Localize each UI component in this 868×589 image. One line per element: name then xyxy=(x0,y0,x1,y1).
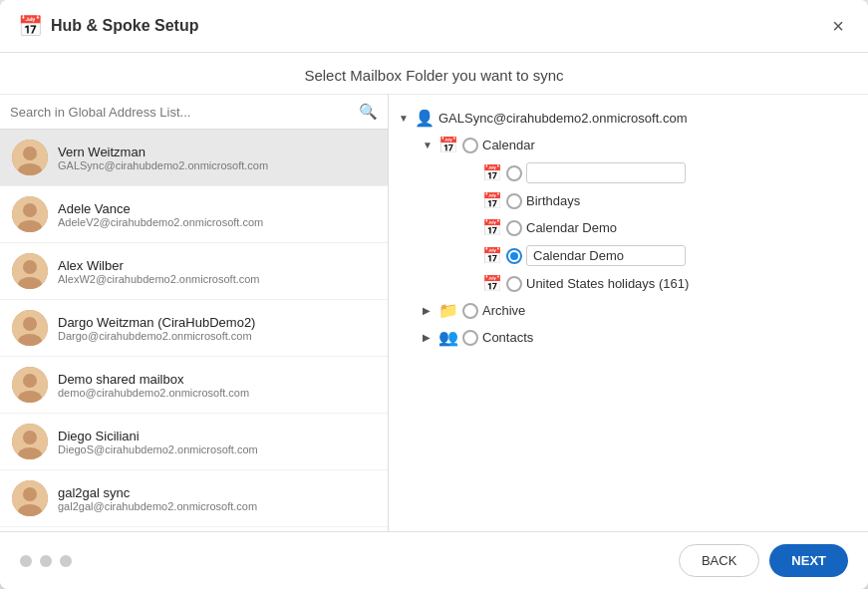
user-item[interactable]: Demo shared mailbox demo@cirahubdemo2.on… xyxy=(0,357,388,414)
user-email: demo@cirahubdemo2.onmicrosoft.com xyxy=(58,387,249,399)
avatar xyxy=(12,310,48,346)
user-info: Vern Weitzman GALSync@cirahubdemo2.onmic… xyxy=(58,145,268,171)
title-row: 📅 Hub & Spoke Setup xyxy=(18,14,198,38)
calendar-label: Calendar xyxy=(482,138,535,152)
calendar-radio[interactable] xyxy=(462,138,478,153)
user-item[interactable]: gal2gal sync gal2gal@cirahubdemo2.onmicr… xyxy=(0,470,388,527)
user-item[interactable]: Diego Siciliani DiegoS@cirahubdemo2.onmi… xyxy=(0,414,388,470)
dialog-body: 🔍 Vern Weitzman GALSync@cirahubdemo2.onm… xyxy=(0,95,868,531)
user-email: GALSync@cirahubdemo2.onmicrosoft.com xyxy=(58,159,268,171)
avatar xyxy=(12,140,48,175)
tree-root-item: ▼ 👤 GALSync@cirahubdemo2.onmicrosoft.com xyxy=(399,105,858,132)
calendar-demo-sel-icon: 📅 xyxy=(482,246,502,265)
user-name: gal2gal sync xyxy=(58,485,257,500)
next-button[interactable]: NEXT xyxy=(769,544,848,577)
blank-calendar-input[interactable] xyxy=(526,162,686,183)
svg-point-19 xyxy=(23,487,37,501)
dialog-subtitle: Select Mailbox Folder you want to sync xyxy=(0,53,868,95)
calendar-arrow[interactable]: ▼ xyxy=(423,140,434,150)
svg-point-16 xyxy=(23,431,37,444)
user-info: Adele Vance AdeleV2@cirahubdemo2.onmicro… xyxy=(58,201,263,228)
footer-buttons: BACK NEXT xyxy=(679,544,848,577)
step-dot-1 xyxy=(20,555,32,567)
contacts-icon: 👥 xyxy=(438,328,458,347)
us-holidays-label: United States holidays (161) xyxy=(526,276,689,291)
us-holidays-radio[interactable] xyxy=(506,276,522,292)
calendar-icon-2: 📅 xyxy=(482,163,502,182)
calendar-demo-sel-radio[interactable] xyxy=(506,248,522,264)
calendar-demo-radio[interactable] xyxy=(506,220,522,236)
user-list: Vern Weitzman GALSync@cirahubdemo2.onmic… xyxy=(0,130,388,531)
calendar-demo-selected-item: 📅 xyxy=(466,241,858,270)
svg-point-10 xyxy=(23,317,37,331)
user-name: Alex Wilber xyxy=(58,258,260,273)
svg-point-7 xyxy=(23,260,37,274)
user-info: Diego Siciliani DiegoS@cirahubdemo2.onmi… xyxy=(58,429,258,455)
contacts-label: Contacts xyxy=(482,330,533,345)
archive-arrow[interactable]: ▶ xyxy=(423,305,434,316)
user-item[interactable]: Vern Weitzman GALSync@cirahubdemo2.onmic… xyxy=(0,130,388,186)
left-panel: 🔍 Vern Weitzman GALSync@cirahubdemo2.onm… xyxy=(0,95,389,531)
user-name: Diego Siciliani xyxy=(58,429,258,443)
blank-radio[interactable] xyxy=(506,165,522,181)
dialog-title: Hub & Spoke Setup xyxy=(51,17,198,35)
step-dot-3 xyxy=(60,555,72,567)
folder-tree: ▼ 👤 GALSync@cirahubdemo2.onmicrosoft.com… xyxy=(389,105,868,351)
user-email: gal2gal@cirahubdemo2.onmicrosoft.com xyxy=(58,500,257,512)
user-item[interactable]: Adele Vance AdeleV2@cirahubdemo2.onmicro… xyxy=(0,186,388,243)
us-holidays-item: 📅 United States holidays (161) xyxy=(466,270,858,297)
avatar xyxy=(12,367,48,403)
account-label: GALSync@cirahubdemo2.onmicrosoft.com xyxy=(438,111,687,126)
account-icon: 👤 xyxy=(415,109,434,128)
calendar-demo-label: Calendar Demo xyxy=(526,220,617,235)
birthdays-label: Birthdays xyxy=(526,193,580,208)
dialog-footer: BACK NEXT xyxy=(0,531,868,589)
avatar xyxy=(12,480,48,516)
user-name: Dargo Weitzman (CiraHubDemo2) xyxy=(58,315,255,330)
user-item[interactable]: Dargo Weitzman (CiraHubDemo2) Dargo@cira… xyxy=(0,300,388,357)
archive-label: Archive xyxy=(482,303,525,318)
calendar-demo-item: 📅 Calendar Demo xyxy=(466,214,858,241)
close-button[interactable]: × xyxy=(826,14,850,38)
avatar xyxy=(12,253,48,289)
right-panel: ▼ 👤 GALSync@cirahubdemo2.onmicrosoft.com… xyxy=(389,95,868,531)
svg-point-13 xyxy=(23,374,37,388)
svg-point-1 xyxy=(23,147,37,160)
user-info: Alex Wilber AlexW2@cirahubdemo2.onmicros… xyxy=(58,258,260,285)
user-info: Demo shared mailbox demo@cirahubdemo2.on… xyxy=(58,372,249,399)
birthdays-radio[interactable] xyxy=(506,193,522,209)
collapse-arrow[interactable]: ▼ xyxy=(399,113,411,124)
user-email: Dargo@cirahubdemo2.onmicrosoft.com xyxy=(58,330,255,342)
step-dot-2 xyxy=(40,555,52,567)
calendar-demo-icon: 📅 xyxy=(482,218,502,237)
us-holidays-icon: 📅 xyxy=(482,274,502,293)
hub-spoke-dialog: 📅 Hub & Spoke Setup × Select Mailbox Fol… xyxy=(0,0,868,589)
calendar-demo-input[interactable] xyxy=(526,245,686,266)
user-email: DiegoS@cirahubdemo2.onmicrosoft.com xyxy=(58,443,258,455)
birthdays-icon: 📅 xyxy=(482,191,502,210)
archive-radio[interactable] xyxy=(462,303,478,319)
contacts-tree-item: ▶ 👥 Contacts xyxy=(423,324,858,351)
user-email: AlexW2@cirahubdemo2.onmicrosoft.com xyxy=(58,273,260,285)
search-input[interactable] xyxy=(10,105,353,120)
user-info: Dargo Weitzman (CiraHubDemo2) Dargo@cira… xyxy=(58,315,255,342)
user-info: gal2gal sync gal2gal@cirahubdemo2.onmicr… xyxy=(58,485,257,512)
user-name: Adele Vance xyxy=(58,201,263,216)
user-name: Demo shared mailbox xyxy=(58,372,249,387)
search-icon: 🔍 xyxy=(359,103,378,121)
archive-icon: 📁 xyxy=(438,301,458,320)
blank-calendar-item: 📅 xyxy=(466,158,858,187)
calendar-icon: 📅 xyxy=(438,136,458,154)
svg-point-4 xyxy=(23,203,37,217)
contacts-radio[interactable] xyxy=(462,330,478,346)
step-dots xyxy=(20,555,72,567)
avatar xyxy=(12,196,48,232)
search-bar: 🔍 xyxy=(0,95,388,130)
user-name: Vern Weitzman xyxy=(58,145,268,159)
dialog-header: 📅 Hub & Spoke Setup × xyxy=(0,0,868,53)
back-button[interactable]: BACK xyxy=(679,544,759,577)
avatar xyxy=(12,424,48,459)
contacts-arrow[interactable]: ▶ xyxy=(423,332,434,343)
calendar-tree-item: ▼ 📅 Calendar xyxy=(423,132,858,158)
user-item[interactable]: Alex Wilber AlexW2@cirahubdemo2.onmicros… xyxy=(0,243,388,300)
